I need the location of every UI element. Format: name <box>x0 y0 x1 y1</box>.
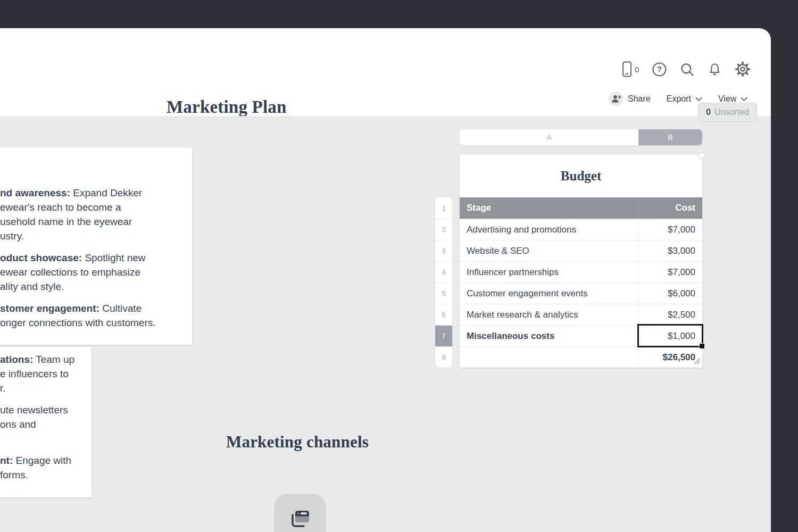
card-text-line: ewear collections to emphasize <box>0 265 192 279</box>
card-text-line: usehold name in the eyewear <box>0 214 192 229</box>
row-number-rail: 1 2 3 4 5 6 7 8 <box>435 197 452 368</box>
search-icon <box>680 62 694 77</box>
row-header-5[interactable]: 5 <box>435 282 452 304</box>
table-row: Miscellaneous costs $1,000 <box>460 325 702 346</box>
browser-windows-icon <box>286 494 314 532</box>
row-header-1[interactable]: 1 <box>435 197 452 219</box>
device-count: 0 <box>635 65 639 74</box>
row-header-8[interactable]: 8 <box>435 346 452 368</box>
share-button[interactable]: Share <box>609 92 651 106</box>
table-row: Influencer partnerships $7,000 <box>460 261 702 282</box>
cell-stage[interactable]: Customer engagement events <box>460 283 638 304</box>
column-header-a[interactable]: A <box>460 129 638 145</box>
cell-cost[interactable]: $7,000 <box>638 219 702 240</box>
budget-header-row: Stage Cost <box>460 197 702 219</box>
add-user-icon <box>609 92 624 106</box>
page-title: Marketing Plan <box>167 97 287 117</box>
cell-stage[interactable]: Website & SEO <box>460 240 638 261</box>
note-card-tactics[interactable]: ations: Team up e influencers to r. ute … <box>0 347 92 497</box>
cell-cost-header[interactable]: Cost <box>638 197 702 219</box>
cell-cost[interactable]: $3,000 <box>638 240 702 261</box>
card-text-line: ewear's reach to become a <box>0 200 192 214</box>
card-text-line: nt: Engage with <box>0 453 92 468</box>
svg-text:?: ? <box>657 65 662 73</box>
export-label: Export <box>667 94 691 104</box>
cell-stage-header[interactable]: Stage <box>460 197 638 219</box>
fill-handle[interactable] <box>699 343 705 349</box>
table-row: Website & SEO $3,000 <box>460 240 702 261</box>
row-header-2[interactable]: 2 <box>435 219 452 240</box>
section-heading-marketing-channels[interactable]: Marketing channels <box>226 433 369 452</box>
gear-icon <box>735 62 750 77</box>
browser-card-tile[interactable] <box>274 494 326 532</box>
note-card-goals[interactable]: nd awareness: Expand Dekker ewear's reac… <box>0 147 192 345</box>
card-text-line: stomer engagement: Cultivate <box>0 301 192 315</box>
cell-stage[interactable]: Influencer partnerships <box>460 262 638 282</box>
card-text-line: e influencers to <box>0 367 92 381</box>
table-row: Market research & analytics $2,500 <box>460 304 702 325</box>
export-button[interactable]: Export <box>667 94 702 104</box>
row-header-6[interactable]: 6 <box>435 304 452 325</box>
help-button[interactable]: ? <box>652 62 667 77</box>
cell-cost[interactable]: $2,500 <box>638 304 702 325</box>
connector-handle[interactable] <box>698 152 705 159</box>
unsorted-button[interactable]: 0 Unsorted <box>698 103 757 122</box>
cell-cost[interactable]: $6,000 <box>638 283 702 304</box>
row-header-3[interactable]: 3 <box>435 240 452 261</box>
budget-title[interactable]: Budget <box>460 155 702 197</box>
table-row: Customer engagement events $6,000 <box>460 282 702 304</box>
resize-grip-icon[interactable] <box>693 357 701 368</box>
budget-table-card[interactable]: Budget Stage Cost Advertising and promot… <box>460 155 702 368</box>
screen: Marketing Plan 0 ? <box>0 0 798 532</box>
card-text-line: forms. <box>0 468 92 482</box>
card-text-line: nd awareness: Expand Dekker <box>0 186 192 200</box>
header-icon-row: 0 ? <box>621 61 750 77</box>
card-text-line: onger connections with customers. <box>0 315 192 330</box>
row-header-7-selected[interactable]: 7 <box>435 325 452 346</box>
cell-stage-empty[interactable] <box>460 347 638 368</box>
cell-stage[interactable]: Miscellaneous costs <box>460 326 638 346</box>
cell-cost[interactable]: $7,000 <box>638 262 702 282</box>
phone-icon <box>621 61 633 77</box>
card-text-line: oduct showcase: Spotlight new <box>0 251 192 265</box>
cell-stage[interactable]: Advertising and promotions <box>460 219 638 240</box>
column-header-b[interactable]: B <box>638 129 702 145</box>
card-text-line: ute newsletters <box>0 403 92 417</box>
unsorted-count: 0 <box>706 107 711 117</box>
card-text-line: ality and style. <box>0 279 192 294</box>
table-row: Advertising and promotions $7,000 <box>460 219 702 240</box>
card-text-line: ustry. <box>0 229 192 243</box>
row-header-4[interactable]: 4 <box>435 261 452 282</box>
device-sync-button[interactable]: 0 <box>621 61 639 77</box>
unsorted-label: Unsorted <box>714 107 749 117</box>
card-text-line: ons and <box>0 417 92 431</box>
settings-button[interactable] <box>735 62 750 77</box>
notifications-button[interactable] <box>708 62 722 77</box>
cell-stage[interactable]: Market research & analytics <box>460 304 638 325</box>
search-button[interactable] <box>680 62 694 77</box>
help-icon: ? <box>652 62 667 77</box>
share-label: Share <box>628 94 651 104</box>
table-total-row: $26,500 <box>460 346 702 368</box>
cell-cost-selected[interactable]: $1,000 <box>638 326 702 346</box>
card-text-line: ations: Team up <box>0 352 92 367</box>
card-text-line: r. <box>0 381 92 395</box>
bell-icon <box>708 62 722 77</box>
column-letter-bar: A B <box>460 129 702 145</box>
